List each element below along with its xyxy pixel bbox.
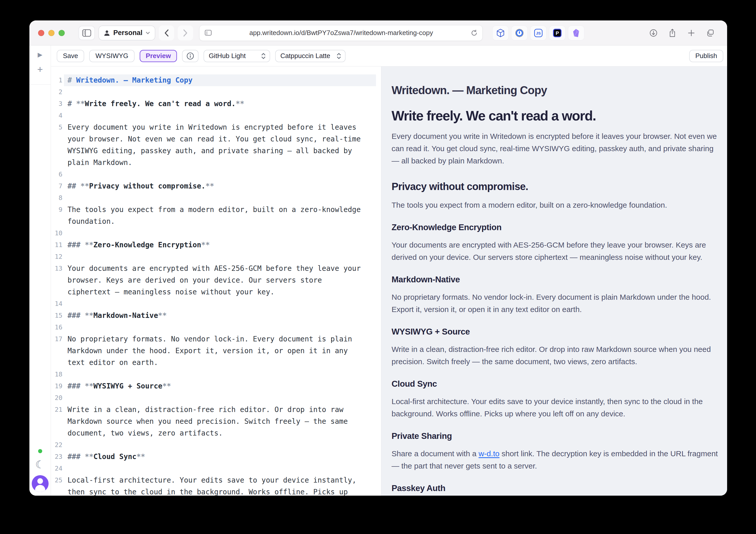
line-number: 21	[51, 404, 63, 439]
sidebar-toggle-button[interactable]	[78, 26, 95, 40]
cube-icon	[497, 29, 504, 37]
preview-paragraph: The tools you expect from a modern edito…	[392, 199, 721, 211]
editor-line: 22	[51, 439, 376, 451]
editor-line-content	[64, 368, 376, 380]
preview-heading-h2: Privacy without compromise.	[392, 181, 721, 192]
zoom-window-button[interactable]	[59, 30, 65, 36]
p-badge-icon: P	[553, 29, 562, 37]
preview-heading-h3: Passkey Auth	[392, 483, 721, 493]
user-avatar[interactable]	[32, 475, 49, 492]
info-icon	[186, 52, 194, 60]
editor-line: 11### **Zero-Knowledge Encryption**	[51, 239, 376, 251]
editor-line: 7## **Privacy without compromise.**	[51, 180, 376, 192]
forward-button[interactable]	[178, 26, 193, 40]
editor-line-content: ### **WYSIWYG + Source**	[64, 380, 376, 392]
editor-line-content: ### **Markdown-Native**	[64, 310, 376, 321]
wysiwyg-button[interactable]: WYSIWYG	[89, 50, 135, 62]
1password-extension-button[interactable]	[511, 26, 527, 40]
editor-line-content	[64, 439, 376, 451]
share-button[interactable]	[664, 26, 681, 40]
person-icon	[104, 30, 110, 36]
back-button[interactable]	[159, 26, 174, 40]
heading-marker: ###	[68, 241, 85, 249]
userscripts-extension-button[interactable]: JS	[530, 26, 547, 40]
markdown-heading-text: Cloud Sync	[94, 452, 137, 461]
editor-line-content: The tools you expect from a modern edito…	[64, 204, 376, 227]
editor-line-content: Every document you write in Writedown is…	[64, 121, 376, 169]
editor-line: 13Your documents are encrypted with AES-…	[51, 263, 376, 298]
downloads-button[interactable]	[645, 26, 662, 40]
app-sidebar-rail: ▶ + ☾	[29, 45, 51, 495]
code-text: Every document you write in Writedown is…	[68, 121, 365, 169]
editor-line: 19### **WYSIWYG + Source**	[51, 380, 376, 392]
editor-line-content: ### **Cloud Sync**	[64, 451, 376, 463]
preview-heading-h1: Write freely. We can't read a word.	[392, 108, 721, 123]
markdown-paragraph-text: Your documents are encrypted with AES-25…	[68, 264, 361, 296]
editor-line: 20	[51, 392, 376, 404]
editor-line: 15### **Markdown-Native**	[51, 310, 376, 321]
browser-window: Personal	[29, 20, 727, 495]
plus-icon: +	[37, 65, 43, 74]
info-button[interactable]	[182, 50, 199, 62]
expand-sidebar-button[interactable]: ▶	[38, 51, 42, 58]
editor-line: 24	[51, 463, 376, 474]
line-number: 23	[51, 451, 63, 463]
minimize-window-button[interactable]	[48, 30, 54, 36]
proton-pass-extension-button[interactable]: P	[549, 26, 565, 40]
line-number: 5	[51, 121, 63, 169]
bold-marker: **	[85, 452, 94, 461]
chevron-left-icon	[164, 29, 169, 37]
obsidian-extension-button[interactable]	[568, 26, 584, 40]
markdown-heading-text: Write freely. We can't read a word.	[85, 99, 235, 108]
editor-line: 23### **Cloud Sync**	[51, 451, 376, 463]
new-tab-button[interactable]	[683, 26, 699, 40]
line-number: 19	[51, 380, 63, 392]
profile-button[interactable]: Personal	[98, 26, 155, 40]
heading-marker: #	[68, 99, 76, 108]
bold-marker: **	[201, 241, 210, 249]
editor-line-content	[64, 110, 376, 121]
preview-theme-select[interactable]: Catppuccin Latte	[275, 50, 345, 62]
editor-line: 2	[51, 86, 376, 98]
preview-heading-h3: Markdown-Native	[392, 275, 721, 284]
preview-paragraph: Every document you write in Writedown is…	[392, 130, 721, 167]
markdown-source-editor[interactable]: 1# Writedown. — Marketing Copy23# **Writ…	[51, 67, 381, 495]
editor-theme-select[interactable]: GitHub Light	[203, 50, 270, 62]
code-text: No proprietary formats. No vendor lock-i…	[68, 333, 365, 368]
code-text: # **Write freely. We can't read a word.*…	[68, 98, 365, 110]
close-window-button[interactable]	[38, 30, 44, 36]
editor-line-content	[64, 169, 376, 180]
bold-marker: **	[85, 382, 94, 390]
url-bar[interactable]: app.writedown.io/d/BwtPY7oZswa7/writedow…	[199, 25, 483, 41]
extension-buttons: JS P	[492, 26, 584, 40]
download-icon	[649, 29, 658, 37]
editor-line-content: No proprietary formats. No vendor lock-i…	[64, 333, 376, 368]
preview-paragraph: Local-first architecture. Your edits sav…	[392, 395, 721, 420]
reload-icon[interactable]	[471, 29, 478, 37]
bold-marker: **	[76, 99, 85, 108]
svg-text:JS: JS	[536, 31, 541, 35]
save-button[interactable]: Save	[57, 50, 84, 62]
bold-marker: **	[85, 311, 94, 320]
markdown-preview-pane[interactable]: Writedown. — Marketing CopyWrite freely.…	[381, 67, 727, 495]
line-number: 20	[51, 392, 63, 404]
preview-heading-h3: Zero-Knowledge Encryption	[392, 223, 721, 232]
new-document-button[interactable]: +	[37, 65, 43, 74]
sidebar-icon	[82, 29, 91, 37]
dark-mode-toggle[interactable]: ☾	[35, 459, 45, 475]
editor-line: 14	[51, 298, 376, 310]
short-link[interactable]: w-d.to	[478, 449, 500, 458]
page-settings-icon[interactable]	[204, 30, 212, 36]
heading-marker: ##	[68, 182, 81, 190]
select-chevrons-icon	[261, 53, 265, 59]
line-number: 22	[51, 439, 63, 451]
chevron-down-icon	[146, 32, 150, 35]
tab-overview-button[interactable]	[702, 26, 718, 40]
box-extension-button[interactable]	[492, 26, 509, 40]
editor-line-content	[64, 192, 376, 204]
publish-button[interactable]: Publish	[689, 50, 723, 62]
editor-line: 25Local-first architecture. Your edits s…	[51, 474, 376, 495]
profile-label: Personal	[113, 29, 143, 37]
preview-button[interactable]: Preview	[140, 50, 177, 62]
bold-marker: **	[158, 311, 167, 320]
